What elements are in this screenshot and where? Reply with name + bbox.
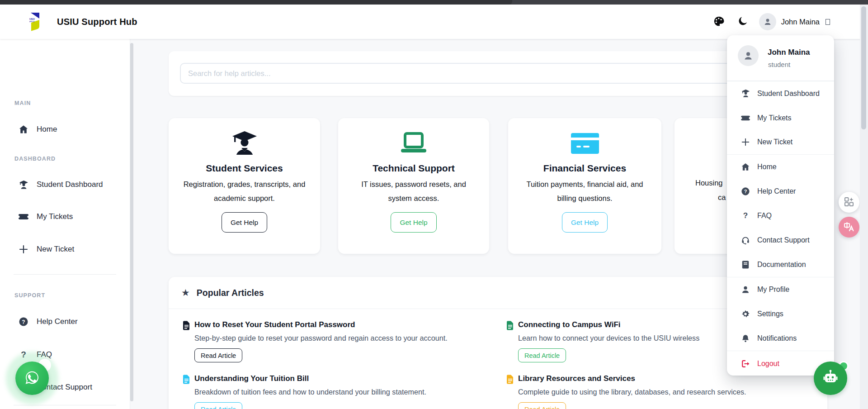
article-title[interactable]: How to Reset Your Student Portal Passwor… — [194, 320, 448, 330]
service-description-fragment: ca — [718, 193, 726, 202]
service-title: Student Services — [206, 163, 283, 174]
read-article-button[interactable]: Read Article — [194, 402, 242, 409]
article-title[interactable]: Library Resources and Services — [518, 374, 746, 384]
usiu-support-hub-page: USIU AFRICA USIU Support Hub — [0, 0, 868, 409]
service-description: IT issues, password resets, and system a… — [338, 177, 489, 205]
whatsapp-button[interactable] — [15, 361, 49, 395]
user-menu-group: My Profile Settings Noti — [727, 277, 834, 351]
graduate-icon — [231, 129, 259, 157]
menu-item-home[interactable]: Home — [727, 155, 834, 179]
menu-item-faq[interactable]: ? FAQ — [727, 204, 834, 228]
user-menu-group: Student Dashboard My Tickets New Ticket — [727, 81, 834, 154]
read-article-button[interactable]: Read Article — [194, 348, 242, 362]
laptop-icon — [399, 129, 429, 157]
menu-item-notifications[interactable]: Notifications — [727, 326, 834, 351]
star-icon: ★ — [181, 287, 190, 298]
user-menu-header: John Maina student — [727, 35, 834, 81]
menu-item-my-profile[interactable]: My Profile — [727, 277, 834, 302]
headset-icon — [741, 236, 750, 245]
svg-text:USIU: USIU — [29, 18, 35, 20]
sidebar-bottom-divider — [14, 405, 116, 405]
robot-icon — [821, 369, 840, 388]
home-icon — [741, 162, 750, 171]
dropdown-indicator-icon — [826, 19, 830, 25]
page-scrollbar-track[interactable] — [860, 5, 868, 409]
article-description: Complete guide to using the library, dat… — [518, 387, 746, 397]
plus-icon — [741, 138, 750, 146]
logout-icon — [741, 359, 750, 368]
translate-icon — [843, 221, 855, 234]
service-description: Registration, grades, transcripts, and a… — [169, 177, 320, 205]
document-icon — [506, 375, 514, 386]
search-input[interactable] — [180, 63, 815, 84]
article-description: Learn how to connect your devices to the… — [518, 333, 699, 343]
theme-palette-button[interactable] — [711, 14, 726, 29]
user-name: John Maina — [781, 18, 820, 26]
assistant-chat-button[interactable] — [814, 361, 847, 395]
popular-articles-title: Popular Articles — [197, 288, 264, 298]
get-help-button[interactable]: Get Help — [222, 212, 267, 233]
article-library-resources: Library Resources and Services Complete … — [506, 374, 746, 409]
translate-widget-button[interactable] — [839, 217, 859, 238]
service-card-technical-support[interactable]: Technical Support IT issues, password re… — [338, 118, 489, 254]
user-dropdown-menu: John Maina student Student Dashboard — [727, 35, 834, 376]
graduation-icon — [18, 180, 29, 190]
ticket-icon — [18, 213, 29, 221]
get-help-button[interactable]: Get Help — [391, 212, 436, 233]
graduation-icon — [741, 89, 750, 98]
service-card-financial-services[interactable]: Financial Services Tuition payments, fin… — [508, 118, 661, 254]
question-icon: ? — [741, 211, 750, 220]
article-tuition-bill: Understanding Your Tuition Bill Breakdow… — [183, 374, 426, 409]
help-circle-icon: ? — [18, 317, 29, 327]
service-title: Technical Support — [373, 163, 455, 174]
svg-text:?: ? — [744, 189, 747, 194]
screenshot-widget-button[interactable] — [839, 192, 859, 213]
read-article-button[interactable]: Read Article — [518, 348, 566, 362]
menu-item-new-ticket[interactable]: New Ticket — [727, 130, 834, 154]
browser-tab[interactable] — [0, 0, 512, 5]
menu-item-settings[interactable]: Settings — [727, 302, 834, 326]
svg-text:AFRICA: AFRICA — [29, 21, 34, 23]
dark-mode-toggle[interactable] — [735, 14, 750, 29]
avatar — [738, 45, 759, 66]
sidebar-section-support: SUPPORT — [14, 292, 45, 299]
article-title[interactable]: Understanding Your Tuition Bill — [194, 374, 426, 384]
sidebar-item-new-ticket[interactable]: New Ticket — [0, 240, 130, 258]
user-menu-name: John Maina — [768, 48, 810, 57]
user-menu-trigger[interactable]: John Maina — [759, 13, 830, 30]
sidebar: MAIN Home DASHBOARD Student Dashboard — [0, 39, 130, 409]
help-circle-icon: ? — [741, 187, 750, 196]
page-title: USIU Support Hub — [57, 17, 137, 27]
sidebar-scrollbar[interactable] — [130, 43, 133, 401]
article-campus-wifi: Connecting to Campus WiFi Learn how to c… — [506, 320, 699, 362]
credit-card-icon — [571, 129, 599, 157]
menu-item-help-center[interactable]: ? Help Center — [727, 179, 834, 204]
menu-item-my-tickets[interactable]: My Tickets — [727, 106, 834, 130]
sidebar-section-dashboard: DASHBOARD — [14, 156, 56, 162]
sidebar-item-home[interactable]: Home — [0, 120, 130, 138]
article-title[interactable]: Connecting to Campus WiFi — [518, 320, 699, 330]
ticket-icon — [741, 114, 750, 122]
sidebar-item-help-center[interactable]: ? Help Center — [0, 313, 130, 331]
get-help-button[interactable]: Get Help — [562, 212, 608, 233]
user-menu-group: Home ? Help Center ? FAQ — [727, 154, 834, 277]
screenshot-grid-icon — [844, 196, 854, 209]
menu-item-student-dashboard[interactable]: Student Dashboard — [727, 81, 834, 106]
usiu-logo: USIU AFRICA — [27, 12, 40, 31]
document-icon — [183, 321, 190, 332]
person-icon — [741, 285, 750, 294]
service-title: Financial Services — [543, 163, 626, 174]
read-article-button[interactable]: Read Article — [518, 402, 566, 409]
service-card-student-services[interactable]: Student Services Registration, grades, t… — [169, 118, 320, 254]
article-description: Breakdown of tuition fees and how to und… — [194, 387, 426, 397]
sidebar-divider — [14, 274, 116, 275]
bell-icon — [741, 334, 750, 343]
page-scrollbar-thumb[interactable] — [861, 6, 866, 129]
sidebar-item-student-dashboard[interactable]: Student Dashboard — [0, 176, 130, 194]
sidebar-item-my-tickets[interactable]: My Tickets — [0, 208, 130, 226]
service-description: Tuition payments, financial aid, and bil… — [508, 177, 661, 205]
menu-item-documentation[interactable]: Documentation — [727, 252, 834, 277]
browser-top-strip — [0, 0, 868, 5]
article-reset-password: How to Reset Your Student Portal Passwor… — [183, 320, 448, 362]
menu-item-contact-support[interactable]: Contact Support — [727, 228, 834, 252]
